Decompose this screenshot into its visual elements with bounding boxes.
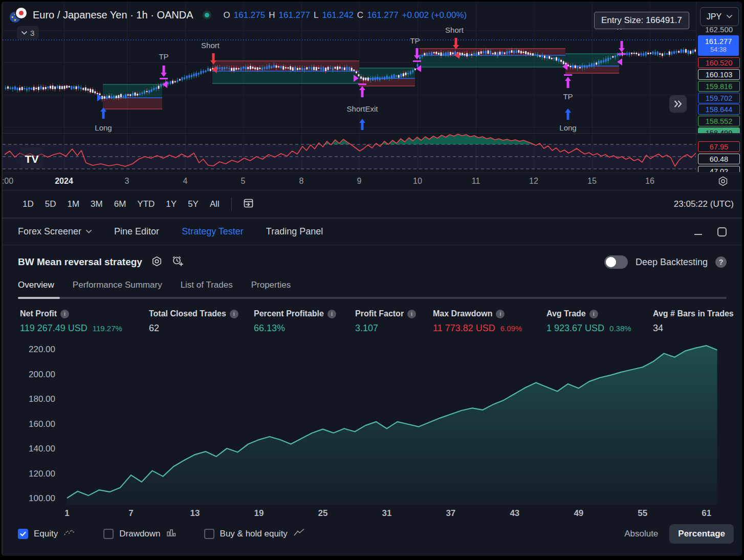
- stat-label: Total Closed Tradesi: [149, 309, 254, 318]
- deep-backtesting-label: Deep Backtesting: [636, 257, 708, 268]
- series-toggle-drawdown[interactable]: Drawdown: [103, 528, 176, 540]
- range-button-5y[interactable]: 5Y: [182, 196, 204, 212]
- equity-chart-controls: EquityDrawdownBuy & hold equity Absolute…: [3, 521, 742, 544]
- help-icon[interactable]: ?: [715, 256, 727, 268]
- time-axis-settings-icon[interactable]: [717, 176, 729, 189]
- performance-stats-row: Net Profiti119 267.49 USD119.27%Total Cl…: [3, 299, 742, 335]
- equity-x-tick: 37: [446, 508, 455, 518]
- range-button-1m[interactable]: 1M: [61, 196, 85, 212]
- minimize-panel-icon[interactable]: [694, 234, 702, 235]
- symbol-title[interactable]: Euro / Japanese Yen · 1h · OANDA: [33, 9, 193, 21]
- checkbox-unchecked-icon[interactable]: [204, 529, 214, 539]
- strategy-settings-button[interactable]: [151, 255, 163, 269]
- stat-total-closed-trades: Total Closed Tradesi62: [149, 309, 254, 334]
- info-icon[interactable]: i: [60, 310, 69, 318]
- currency-unit-dropdown[interactable]: JPY: [700, 7, 739, 26]
- scroll-to-realtime-button[interactable]: [669, 95, 687, 113]
- display-mode-switch: Absolute Percentage: [624, 524, 734, 544]
- low-label: L: [314, 10, 318, 20]
- stat-label: Max Drawdowni: [433, 309, 546, 318]
- equity-y-tick: 220.00: [29, 344, 55, 354]
- panel-tab-pine-editor[interactable]: Pine Editor: [114, 226, 159, 237]
- panel-tab-forex-screener[interactable]: Forex Screener: [18, 226, 92, 237]
- object-tree-collapse-button[interactable]: 3: [17, 26, 39, 39]
- stat-percent-profitable: Percent Profitablei66.13%: [254, 309, 355, 334]
- price-scale-axis[interactable]: 162.500 161.27754:38160.520160.103159.81…: [696, 2, 742, 173]
- price-label: 160.520: [698, 57, 740, 68]
- panel-tab-bar: Forex ScreenerPine EditorStrategy Tester…: [3, 219, 742, 245]
- maximize-panel-icon[interactable]: [717, 227, 727, 236]
- calendar-goto-icon: [242, 197, 254, 209]
- time-tick: 16: [645, 177, 654, 186]
- info-icon[interactable]: i: [407, 310, 416, 318]
- info-icon[interactable]: i: [327, 310, 336, 318]
- equity-x-tick: 25: [318, 508, 327, 518]
- time-tick: 2024: [55, 177, 73, 186]
- checkbox-unchecked-icon[interactable]: [103, 529, 114, 539]
- checkbox-checked-icon[interactable]: [18, 529, 28, 539]
- open-label: O: [224, 10, 230, 20]
- trade-marker-label: ShortExit: [347, 104, 379, 113]
- eurjpy-flags-icon: [9, 7, 28, 24]
- oscillator-level-label: 47.02: [698, 166, 740, 172]
- stat-net-profit: Net Profiti119 267.49 USD119.27%: [20, 309, 149, 334]
- range-buttons: 1D5D1M3M6MYTD1Y5YAll: [17, 196, 225, 212]
- range-button-3m[interactable]: 3M: [85, 196, 108, 212]
- active-tab-underline: [18, 297, 60, 299]
- oscillator-level-label: 60.48: [698, 154, 740, 164]
- report-tab-overview[interactable]: Overview: [18, 280, 54, 290]
- info-icon[interactable]: i: [589, 310, 598, 318]
- series-toggle-buy-hold-equity[interactable]: Buy & hold equity: [204, 528, 305, 540]
- absolute-mode-button[interactable]: Absolute: [624, 529, 658, 539]
- equity-x-tick: 43: [510, 508, 519, 518]
- time-axis[interactable]: :002024345891011121516: [3, 173, 742, 190]
- equity-y-tick: 120.00: [29, 469, 55, 479]
- range-button-5d[interactable]: 5D: [39, 196, 62, 212]
- market-status-icon[interactable]: [203, 11, 211, 19]
- report-tab-performance-summary[interactable]: Performance Summary: [73, 280, 162, 290]
- price-label: 159.816: [698, 81, 740, 92]
- deep-backtesting-toggle[interactable]: [604, 255, 628, 269]
- report-tab-list-of-trades[interactable]: List of Trades: [181, 280, 233, 290]
- stat-label: Avg Tradei: [546, 309, 653, 318]
- panel-tab-trading-panel[interactable]: Trading Panel: [266, 226, 323, 237]
- time-tick: :00: [2, 177, 13, 186]
- report-tab-track: [18, 297, 727, 299]
- series-toggle-equity[interactable]: Equity: [18, 528, 76, 540]
- drawdown-bars-icon: [166, 528, 177, 537]
- price-label: 158.644: [698, 104, 740, 115]
- range-button-ytd[interactable]: YTD: [132, 196, 160, 212]
- add-alert-button[interactable]: [171, 255, 184, 269]
- stat-value: 66.13%: [254, 323, 355, 334]
- high-value: 161.277: [278, 10, 310, 20]
- stat-profit-factor: Profit Factori3.107: [355, 309, 433, 334]
- range-button-1y[interactable]: 1Y: [160, 196, 182, 212]
- time-tick: 5: [241, 177, 246, 186]
- trade-marker-label: TP: [563, 92, 573, 101]
- jp-flag-icon: [15, 7, 28, 19]
- price-label: 161.27754:38: [698, 35, 739, 56]
- panel-tab-strategy-tester[interactable]: Strategy Tester: [182, 226, 244, 237]
- percentage-mode-button[interactable]: Percentage: [669, 524, 734, 544]
- trade-marker-label: Short: [445, 26, 464, 34]
- stat-value: 119 267.49 USD119.27%: [20, 323, 149, 334]
- go-to-date-button[interactable]: [238, 195, 258, 213]
- price-label: 159.702: [698, 93, 740, 103]
- equity-x-tick: 31: [382, 508, 391, 518]
- range-button-6m[interactable]: 6M: [108, 196, 132, 212]
- info-icon[interactable]: i: [496, 310, 505, 318]
- strategy-name: BW Mean reversal strategy: [18, 256, 142, 268]
- high-label: H: [269, 10, 275, 20]
- report-tab-properties[interactable]: Properties: [251, 280, 291, 290]
- equity-x-tick: 61: [702, 508, 711, 518]
- session-clock[interactable]: 23:05:22 (UTC): [674, 199, 734, 209]
- equity-x-tick: 19: [254, 508, 264, 518]
- equity-curve-chart: 220.00200.00180.00160.00140.00120.00100.…: [3, 336, 742, 521]
- range-button-all[interactable]: All: [204, 196, 225, 212]
- oscillator-scale-labels: 67.9560.4847.02: [696, 134, 742, 172]
- stat-value: 3.107: [355, 323, 433, 334]
- report-tab-bar: OverviewPerformance SummaryList of Trade…: [3, 275, 742, 297]
- info-icon[interactable]: i: [230, 310, 238, 318]
- stat-value: 62: [149, 323, 254, 334]
- range-button-1d[interactable]: 1D: [17, 196, 39, 212]
